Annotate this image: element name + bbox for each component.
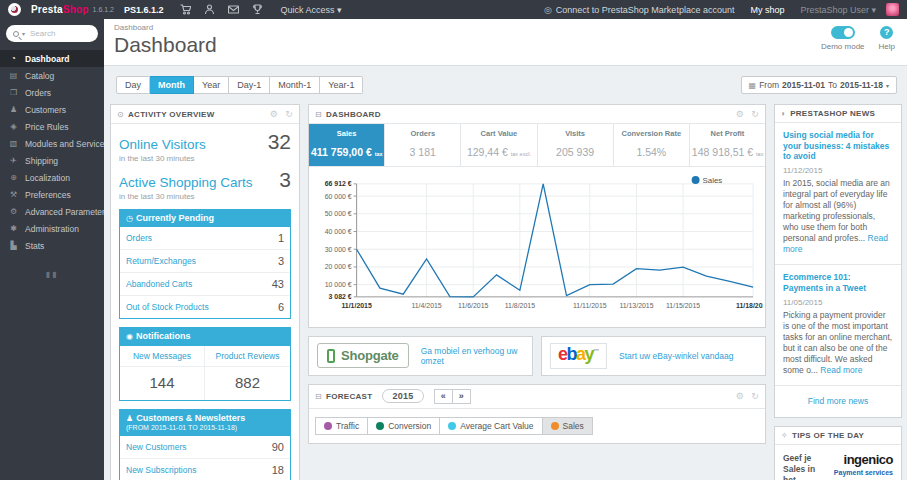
range-month-1[interactable]: Month-1 [270, 76, 320, 94]
forecast-year[interactable]: 2015 [382, 389, 423, 403]
sales-legend-dot-icon[interactable] [692, 176, 700, 184]
online-visitors-link[interactable]: Online Visitors [119, 137, 206, 152]
help-icon[interactable]: ? [880, 26, 893, 39]
sidebar-item-advanced-parameters[interactable]: ⚙Advanced Parameters [0, 203, 104, 220]
new-messages-link[interactable]: New Messages [120, 346, 205, 367]
forecast-legend-average-cart-value[interactable]: Average Cart Value [440, 417, 542, 435]
cart-icon: ⊟ [315, 110, 322, 119]
pending-row-label[interactable]: Return/Exchanges [126, 256, 196, 266]
sidebar-item-localization[interactable]: ⊕Localization [0, 169, 104, 186]
user-menu[interactable]: PrestaShop User ▾ [800, 5, 876, 15]
sidebar-item-shipping[interactable]: ✈Shipping [0, 152, 104, 169]
refresh-icon[interactable]: ↻ [751, 109, 759, 119]
forecast-legend-traffic[interactable]: Traffic [315, 417, 368, 435]
sidebar-item-stats[interactable]: ▙Stats [0, 237, 104, 254]
marketplace-link[interactable]: ◎Connect to PrestaShop Marketplace accou… [544, 5, 734, 15]
forecast-legend-sales[interactable]: Sales [543, 417, 593, 435]
kpi-visits[interactable]: Visits205 939 [538, 124, 614, 166]
sidebar-item-customers[interactable]: ♟Customers [0, 101, 104, 118]
collapse-sidebar-button[interactable]: ▮▮ [0, 270, 104, 279]
sales-legend-label[interactable]: Sales [703, 176, 723, 185]
customers-row-label[interactable]: New Customers [126, 442, 186, 452]
forecast-panel: ⊟ FORECAST 2015 « » ⚙ ↻ TrafficConversio… [308, 384, 766, 444]
brand-presta: Presta [31, 4, 63, 15]
gear-icon[interactable]: ⚙ [736, 391, 744, 401]
range-year-1[interactable]: Year-1 [320, 76, 363, 94]
svg-text:11/13/2015: 11/13/2015 [619, 302, 653, 309]
my-shop-link[interactable]: My shop [750, 5, 784, 15]
panel-tools: ⚙ ↻ [270, 109, 293, 119]
refresh-icon[interactable]: ↻ [285, 109, 293, 119]
read-more-link[interactable]: Read more [820, 365, 862, 375]
range-day-1[interactable]: Day-1 [229, 76, 270, 94]
demo-mode-toggle[interactable] [831, 26, 855, 39]
user-avatar[interactable] [886, 3, 899, 16]
tips-header: ✧ TIPS OF THE DAY [775, 427, 901, 445]
sidebar-item-price-rules[interactable]: ◈Price Rules [0, 118, 104, 135]
kpi-cart-value[interactable]: Cart Value129,44 € tax excl. [461, 124, 537, 166]
help-control: ? Help [879, 26, 895, 51]
pending-row-label[interactable]: Out of Stock Products [126, 302, 209, 312]
range-year[interactable]: Year [194, 76, 229, 94]
sidebar-item-catalog[interactable]: ▤Catalog [0, 67, 104, 84]
cart-icon[interactable] [180, 4, 191, 15]
pending-row-value: 6 [278, 301, 284, 313]
sidebar-item-dashboard[interactable]: ◔Dashboard [0, 50, 104, 67]
quick-access-menu[interactable]: Quick Access ▾ [281, 5, 342, 15]
ebay-link[interactable]: Start uw eBay-winkel vandaag [619, 351, 733, 361]
pending-row-value: 1 [278, 232, 284, 244]
messages-icon[interactable] [228, 4, 239, 15]
read-more-link[interactable]: Read more [783, 233, 888, 254]
sidebar-search[interactable]: ▾ [6, 25, 98, 42]
kpi-suffix: tax excl. [511, 151, 531, 157]
sidebar-item-orders[interactable]: ❒Orders [0, 84, 104, 101]
active-carts-sub: in the last 30 minutes [119, 192, 291, 201]
pending-row-label[interactable]: Abandoned Carts [126, 279, 192, 289]
search-caret-icon[interactable]: ▾ [22, 30, 25, 37]
gear-icon[interactable]: ⚙ [270, 109, 278, 119]
pending-row-label[interactable]: Orders [126, 233, 152, 243]
kpi-orders[interactable]: Orders3 181 [385, 124, 461, 166]
svg-text:66 912 €: 66 912 € [325, 180, 352, 187]
customers-row-label[interactable]: New Subscriptions [126, 465, 196, 475]
kpi-conversion-rate[interactable]: Conversion Rate1.54% [614, 124, 690, 166]
find-more-news-link[interactable]: Find more news [775, 386, 901, 417]
forecast-title: FORECAST [326, 392, 372, 401]
kpi-sales[interactable]: Sales411 759,00 € tax excl. [309, 124, 385, 166]
sidebar-item-administration[interactable]: ✱Administration [0, 220, 104, 237]
legend-label: Traffic [336, 421, 359, 431]
dashboard-columns: ⊙ ACTIVITY OVERVIEW ⚙ ↻ Online Visitors … [104, 94, 907, 480]
orders-icon: ❒ [8, 88, 19, 97]
news-article-title[interactable]: Using social media for your business: 4 … [783, 130, 893, 162]
customers-row: New Customers90 [120, 436, 290, 458]
trophy-icon[interactable] [252, 4, 263, 15]
marketplace-label: Connect to PrestaShop Marketplace accoun… [556, 5, 735, 15]
breadcrumb[interactable]: Dashboard [114, 23, 897, 32]
active-carts-link[interactable]: Active Shopping Carts [119, 175, 253, 190]
previous-year-button[interactable]: « [434, 389, 453, 404]
sidebar-item-preferences[interactable]: ⚒Preferences [0, 186, 104, 203]
range-day[interactable]: Day [116, 76, 150, 94]
news-article-title[interactable]: Ecommerce 101: Payments in a Tweet [783, 272, 893, 293]
ebay-letter: y [585, 344, 594, 364]
date-range-button[interactable]: ▦ From 2015-11-01 To 2015-11-18 ▾ [741, 76, 897, 94]
search-input[interactable] [28, 28, 86, 39]
traffic-dot-icon [324, 422, 332, 430]
date-toolbar: DayMonthYearDay-1Month-1Year-1 ▦ From 20… [104, 66, 907, 94]
sidebar-item-label: Catalog [25, 71, 54, 81]
gear-icon[interactable]: ⚙ [736, 109, 744, 119]
sales-dot-icon [551, 422, 559, 430]
refresh-icon[interactable]: ↻ [751, 391, 759, 401]
sidebar-item-modules-and-services[interactable]: ▧Modules and Services [0, 135, 104, 152]
shopgate-link[interactable]: Ga mobiel en verhoog uw omzet [421, 346, 524, 366]
next-year-button[interactable]: » [453, 389, 471, 404]
kpi-label: Orders [387, 129, 458, 138]
product-reviews-link[interactable]: Product Reviews [205, 346, 290, 367]
forecast-legend-conversion[interactable]: Conversion [368, 417, 440, 435]
forecast-nav: « » [434, 389, 471, 404]
page-title: Dashboard [114, 33, 897, 57]
customer-icon[interactable] [204, 4, 215, 15]
range-month[interactable]: Month [150, 76, 194, 94]
shop-name-link[interactable]: PS1.6.1.2 [124, 5, 164, 15]
kpi-net-profit[interactable]: Net Profit148 918,51 € tax excl. [690, 124, 765, 166]
